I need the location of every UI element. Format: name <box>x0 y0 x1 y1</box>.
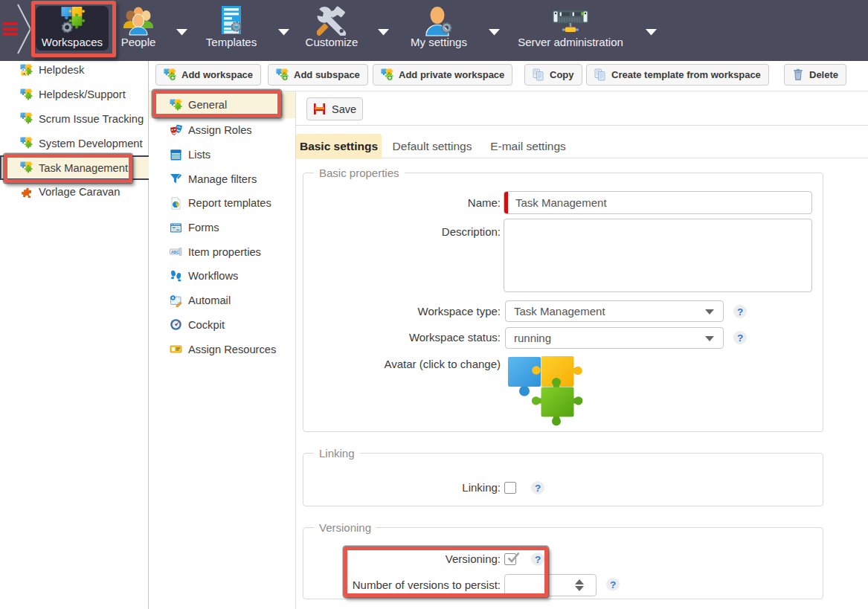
menu-item-forms[interactable]: Forms <box>149 216 295 240</box>
save-button[interactable]: Save <box>306 97 363 120</box>
nav-item-server-administration[interactable]: Server administration <box>515 6 626 51</box>
menu-item-item-properties[interactable]: ABC Item properties <box>149 239 295 264</box>
workspace-settings-content: Save Basic settings Default settings E-m… <box>295 91 868 609</box>
workspace-icon <box>20 88 33 101</box>
svg-text:ABC: ABC <box>171 250 179 254</box>
tab-label: Default settings <box>393 140 472 153</box>
button-label: Copy <box>550 69 574 80</box>
workspace-icon <box>20 112 33 125</box>
menu-item-label: Manage filters <box>188 173 257 185</box>
server-administration-icon <box>553 6 588 36</box>
sidebar-item-label: Vorlage Caravan <box>39 186 120 198</box>
hamburger-menu-icon[interactable] <box>3 22 18 36</box>
automail-icon <box>170 294 182 307</box>
nav-item-customize[interactable]: Customize <box>306 6 358 51</box>
versioning-help-icon[interactable]: ? <box>531 552 544 566</box>
menu-item-manage-filters[interactable]: Manage filters <box>149 167 295 191</box>
workspace-status-help-icon[interactable]: ? <box>733 331 747 344</box>
workspace-status-select[interactable]: running <box>505 327 724 349</box>
nav-item-people[interactable]: People <box>117 6 160 51</box>
menu-item-label: Report templates <box>188 197 271 209</box>
menu-item-label: Cockpit <box>188 319 225 331</box>
button-label: Add private workspace <box>399 69 504 80</box>
delete-button[interactable]: Delete <box>784 64 846 86</box>
name-input[interactable] <box>504 191 812 214</box>
spin-down-icon[interactable] <box>575 586 584 591</box>
sidebar-item-system-development[interactable]: System Development <box>0 131 149 155</box>
sidebar-item-helpdesk-support[interactable]: Helpdesk/Support <box>0 83 149 107</box>
save-row: Save <box>295 91 868 126</box>
manage-filters-icon <box>170 173 182 185</box>
versioning-legend: Versioning <box>314 521 376 534</box>
report-templates-icon <box>170 197 182 210</box>
nav-item-workspaces[interactable]: Workspaces <box>36 6 109 51</box>
tab-label: E-mail settings <box>490 140 566 153</box>
my-settings-dropdown-caret[interactable] <box>488 28 501 36</box>
linking-checkbox[interactable] <box>504 482 516 494</box>
nav-item-templates[interactable]: Templates <box>205 6 257 51</box>
menu-item-label: Assign Roles <box>188 124 252 136</box>
sidebar-item-task-management[interactable]: Task Management <box>0 155 149 180</box>
menu-item-lists[interactable]: Lists <box>149 143 295 167</box>
tab-email-settings[interactable]: E-mail settings <box>481 134 575 158</box>
menu-item-general[interactable]: General <box>149 91 295 118</box>
nav-item-my-settings[interactable]: My settings <box>411 6 466 51</box>
menu-item-label: Automail <box>188 294 231 306</box>
select-value: Task Management <box>514 305 605 318</box>
tab-basic-settings[interactable]: Basic settings <box>296 134 382 159</box>
avatar-label: Avatar (click to change) <box>385 358 501 370</box>
sidebar-item-label: System Development <box>39 138 143 149</box>
templates-dropdown-caret[interactable] <box>277 28 290 36</box>
add-workspace-button[interactable]: Add workspace <box>155 64 261 86</box>
create-template-from-workspace-button[interactable]: Create template from workspace <box>586 64 769 86</box>
linking-help-icon[interactable]: ? <box>531 481 544 494</box>
sidebar-item-helpdesk[interactable]: Helpdesk <box>0 58 149 83</box>
menu-item-label: Item properties <box>188 246 261 258</box>
workspace-icon <box>20 161 33 174</box>
item-properties-icon: ABC <box>170 245 182 258</box>
workspace-type-help-icon[interactable]: ? <box>733 305 747 318</box>
sidebar-item-scrum-issue-tracking[interactable]: Scrum Issue Tracking <box>0 107 149 132</box>
sidebar-item-vorlage-caravan[interactable]: Vorlage Caravan <box>0 180 149 204</box>
menu-item-label: Lists <box>188 149 210 161</box>
add-private-workspace-button[interactable]: Add private workspace <box>373 64 512 86</box>
nav-item-label: Server administration <box>518 36 623 51</box>
menu-item-automail[interactable]: Automail <box>149 289 295 313</box>
people-dropdown-caret[interactable] <box>176 28 188 36</box>
spin-up-icon[interactable] <box>575 579 584 584</box>
persist-help-icon[interactable]: ? <box>606 578 620 591</box>
menu-item-report-templates[interactable]: Report templates <box>149 191 295 216</box>
menu-item-label: Assign Resources <box>188 344 276 355</box>
button-label: Save <box>332 103 356 115</box>
versioning-label: Versioning: <box>446 552 501 565</box>
menu-item-assign-roles[interactable]: Assign Roles <box>149 118 295 143</box>
menu-item-label: Workflows <box>188 270 238 282</box>
menu-item-assign-resources[interactable]: Assign Resources <box>149 337 295 361</box>
menu-item-cockpit[interactable]: Cockpit <box>149 313 295 338</box>
general-icon <box>170 99 182 112</box>
button-label: Create template from workspace <box>611 69 761 80</box>
required-marker <box>504 192 508 213</box>
save-icon <box>313 103 326 115</box>
select-caret-icon <box>705 309 714 315</box>
template-puzzle-icon <box>20 186 33 199</box>
copy-button[interactable]: Copy <box>524 64 582 86</box>
description-textarea[interactable] <box>504 219 812 292</box>
workflows-icon <box>170 270 182 283</box>
nav-collapse-chevron-icon[interactable] <box>16 3 33 57</box>
select-caret-icon <box>705 336 714 341</box>
nav-item-label: Templates <box>206 36 257 51</box>
nav-item-label: My settings <box>411 36 467 51</box>
tab-default-settings[interactable]: Default settings <box>385 134 480 158</box>
menu-item-workflows[interactable]: Workflows <box>149 264 295 289</box>
add-subspace-button[interactable]: Add subspace <box>268 64 368 86</box>
customize-dropdown-caret[interactable] <box>377 28 390 36</box>
lists-icon <box>170 149 182 161</box>
menu-item-label: General <box>188 99 227 111</box>
workspace-type-select[interactable]: Task Management <box>505 300 724 322</box>
workspace-avatar[interactable] <box>508 356 583 426</box>
versioning-checkbox[interactable] <box>504 553 516 565</box>
button-label: Add workspace <box>181 69 253 80</box>
persist-spinner[interactable] <box>504 574 597 596</box>
server-administration-dropdown-caret[interactable] <box>645 28 658 36</box>
